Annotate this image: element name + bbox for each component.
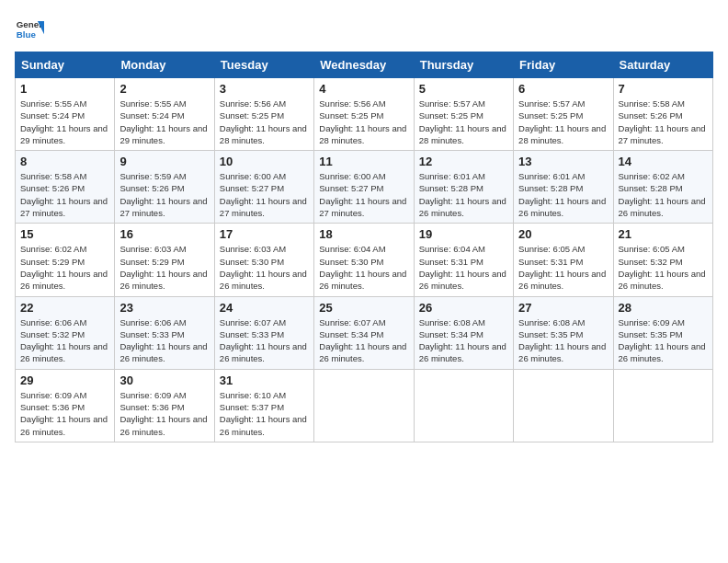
day-number: 15 (20, 227, 109, 241)
calendar-cell: 24 Sunrise: 6:07 AMSunset: 5:33 PMDaylig… (214, 296, 313, 369)
day-number: 29 (20, 373, 109, 387)
calendar-cell: 17 Sunrise: 6:03 AMSunset: 5:30 PMDaylig… (214, 224, 313, 296)
day-info: Sunrise: 6:08 AMSunset: 5:35 PMDaylight:… (518, 317, 606, 364)
day-number: 5 (419, 82, 508, 96)
day-info: Sunrise: 6:09 AMSunset: 5:36 PMDaylight:… (20, 390, 108, 437)
calendar-cell: 14 Sunrise: 6:02 AMSunset: 5:28 PMDaylig… (613, 151, 712, 224)
calendar-cell: 30 Sunrise: 6:09 AMSunset: 5:36 PMDaylig… (115, 369, 214, 442)
calendar-cell: 19 Sunrise: 6:04 AMSunset: 5:31 PMDaylig… (414, 224, 513, 296)
calendar-week-row: 1 Sunrise: 5:55 AMSunset: 5:24 PMDayligh… (16, 78, 713, 151)
day-number: 21 (619, 227, 708, 241)
day-info: Sunrise: 5:58 AMSunset: 5:26 PMDaylight:… (619, 98, 706, 145)
day-info: Sunrise: 6:09 AMSunset: 5:36 PMDaylight:… (119, 390, 207, 437)
calendar-cell: 31 Sunrise: 6:10 AMSunset: 5:37 PMDaylig… (214, 369, 313, 442)
day-info: Sunrise: 6:02 AMSunset: 5:28 PMDaylight:… (619, 171, 706, 218)
calendar-cell: 5 Sunrise: 5:57 AMSunset: 5:25 PMDayligh… (414, 78, 513, 151)
calendar-cell: 4 Sunrise: 5:56 AMSunset: 5:25 PMDayligh… (314, 78, 414, 151)
calendar-cell: 15 Sunrise: 6:02 AMSunset: 5:29 PMDaylig… (16, 224, 115, 296)
calendar-cell: 26 Sunrise: 6:08 AMSunset: 5:34 PMDaylig… (414, 296, 513, 369)
day-info: Sunrise: 6:00 AMSunset: 5:27 PMDaylight:… (319, 171, 406, 218)
calendar-cell: 22 Sunrise: 6:06 AMSunset: 5:32 PMDaylig… (16, 296, 115, 369)
day-info: Sunrise: 6:01 AMSunset: 5:28 PMDaylight:… (518, 171, 606, 218)
calendar-cell: 8 Sunrise: 5:58 AMSunset: 5:26 PMDayligh… (16, 151, 115, 224)
day-number: 18 (319, 227, 408, 241)
calendar-cell: 11 Sunrise: 6:00 AMSunset: 5:27 PMDaylig… (314, 151, 414, 224)
day-info: Sunrise: 5:59 AMSunset: 5:26 PMDaylight:… (119, 171, 207, 218)
day-info: Sunrise: 5:56 AMSunset: 5:25 PMDaylight:… (319, 98, 406, 145)
calendar-cell (414, 369, 513, 442)
day-info: Sunrise: 5:58 AMSunset: 5:26 PMDaylight:… (20, 171, 108, 218)
calendar-cell: 6 Sunrise: 5:57 AMSunset: 5:25 PMDayligh… (514, 78, 613, 151)
logo-icon: General Blue (15, 15, 44, 44)
day-info: Sunrise: 6:02 AMSunset: 5:29 PMDaylight:… (20, 244, 108, 291)
calendar-cell: 21 Sunrise: 6:05 AMSunset: 5:32 PMDaylig… (613, 224, 712, 296)
day-info: Sunrise: 6:06 AMSunset: 5:33 PMDaylight:… (119, 317, 207, 364)
calendar-body: 1 Sunrise: 5:55 AMSunset: 5:24 PMDayligh… (16, 78, 713, 442)
calendar-cell: 3 Sunrise: 5:56 AMSunset: 5:25 PMDayligh… (214, 78, 313, 151)
day-number: 22 (20, 301, 109, 315)
day-info: Sunrise: 5:55 AMSunset: 5:24 PMDaylight:… (20, 98, 108, 145)
day-info: Sunrise: 6:03 AMSunset: 5:29 PMDaylight:… (119, 244, 207, 291)
day-number: 30 (119, 373, 209, 387)
calendar-cell: 28 Sunrise: 6:09 AMSunset: 5:35 PMDaylig… (613, 296, 712, 369)
calendar-cell: 13 Sunrise: 6:01 AMSunset: 5:28 PMDaylig… (514, 151, 613, 224)
calendar-day-header: Thursday (414, 52, 513, 78)
day-info: Sunrise: 6:05 AMSunset: 5:31 PMDaylight:… (518, 244, 606, 291)
day-info: Sunrise: 6:05 AMSunset: 5:32 PMDaylight:… (619, 244, 706, 291)
day-info: Sunrise: 6:09 AMSunset: 5:35 PMDaylight:… (619, 317, 706, 364)
calendar-cell (613, 369, 712, 442)
calendar-cell: 27 Sunrise: 6:08 AMSunset: 5:35 PMDaylig… (514, 296, 613, 369)
calendar-cell (514, 369, 613, 442)
calendar-week-row: 29 Sunrise: 6:09 AMSunset: 5:36 PMDaylig… (16, 369, 713, 442)
day-number: 27 (518, 301, 608, 315)
calendar-cell: 1 Sunrise: 5:55 AMSunset: 5:24 PMDayligh… (16, 78, 115, 151)
page-header: General Blue (15, 15, 713, 44)
logo: General Blue (15, 15, 44, 44)
day-number: 11 (319, 155, 408, 168)
calendar-cell: 20 Sunrise: 6:05 AMSunset: 5:31 PMDaylig… (514, 224, 613, 296)
calendar-day-header: Monday (115, 52, 214, 78)
day-info: Sunrise: 5:55 AMSunset: 5:24 PMDaylight:… (119, 98, 207, 145)
day-number: 4 (319, 82, 408, 96)
day-number: 24 (220, 301, 309, 315)
calendar-header-row: SundayMondayTuesdayWednesdayThursdayFrid… (16, 52, 713, 78)
day-info: Sunrise: 5:57 AMSunset: 5:25 PMDaylight:… (419, 98, 506, 145)
calendar-cell: 2 Sunrise: 5:55 AMSunset: 5:24 PMDayligh… (115, 78, 214, 151)
calendar-week-row: 8 Sunrise: 5:58 AMSunset: 5:26 PMDayligh… (16, 151, 713, 224)
calendar-cell: 16 Sunrise: 6:03 AMSunset: 5:29 PMDaylig… (115, 224, 214, 296)
calendar-cell: 29 Sunrise: 6:09 AMSunset: 5:36 PMDaylig… (16, 369, 115, 442)
calendar-cell: 10 Sunrise: 6:00 AMSunset: 5:27 PMDaylig… (214, 151, 313, 224)
calendar-day-header: Tuesday (214, 52, 313, 78)
calendar-cell: 7 Sunrise: 5:58 AMSunset: 5:26 PMDayligh… (613, 78, 712, 151)
day-number: 23 (119, 301, 209, 315)
day-number: 28 (619, 301, 708, 315)
day-number: 31 (220, 373, 309, 387)
day-info: Sunrise: 6:08 AMSunset: 5:34 PMDaylight:… (419, 317, 506, 364)
day-number: 25 (319, 301, 408, 315)
calendar-week-row: 22 Sunrise: 6:06 AMSunset: 5:32 PMDaylig… (16, 296, 713, 369)
day-number: 13 (518, 155, 608, 168)
calendar-cell: 9 Sunrise: 5:59 AMSunset: 5:26 PMDayligh… (115, 151, 214, 224)
day-info: Sunrise: 6:04 AMSunset: 5:31 PMDaylight:… (419, 244, 506, 291)
calendar-cell: 25 Sunrise: 6:07 AMSunset: 5:34 PMDaylig… (314, 296, 414, 369)
day-number: 1 (20, 82, 109, 96)
calendar-day-header: Wednesday (314, 52, 414, 78)
day-number: 12 (419, 155, 508, 168)
calendar-day-header: Sunday (16, 52, 115, 78)
day-info: Sunrise: 6:06 AMSunset: 5:32 PMDaylight:… (20, 317, 108, 364)
day-number: 9 (119, 155, 209, 168)
day-number: 3 (220, 82, 309, 96)
day-info: Sunrise: 5:57 AMSunset: 5:25 PMDaylight:… (518, 98, 606, 145)
calendar-cell (314, 369, 414, 442)
day-info: Sunrise: 6:07 AMSunset: 5:34 PMDaylight:… (319, 317, 406, 364)
calendar-day-header: Saturday (613, 52, 712, 78)
svg-text:Blue: Blue (17, 29, 37, 40)
day-number: 17 (220, 227, 309, 241)
day-number: 19 (419, 227, 508, 241)
day-info: Sunrise: 6:01 AMSunset: 5:28 PMDaylight:… (419, 171, 506, 218)
calendar-cell: 12 Sunrise: 6:01 AMSunset: 5:28 PMDaylig… (414, 151, 513, 224)
day-number: 6 (518, 82, 608, 96)
calendar-cell: 18 Sunrise: 6:04 AMSunset: 5:30 PMDaylig… (314, 224, 414, 296)
day-number: 20 (518, 227, 608, 241)
day-number: 7 (619, 82, 708, 96)
